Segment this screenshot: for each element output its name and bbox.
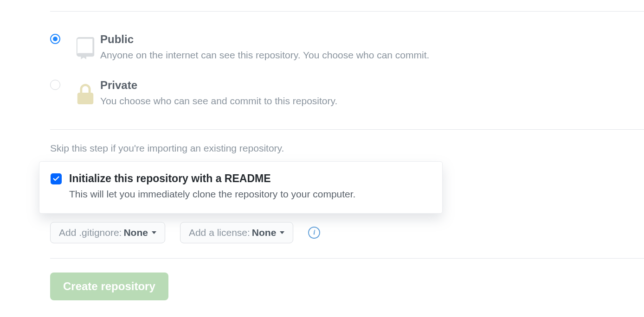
gitignore-label: Add .gitignore: bbox=[59, 227, 122, 238]
initialize-readme-checkbox[interactable] bbox=[51, 173, 62, 184]
initialize-readme-card: Initialize this repository with a README… bbox=[39, 161, 443, 214]
lock-icon bbox=[71, 78, 100, 107]
create-repository-button[interactable]: Create repository bbox=[50, 273, 168, 300]
public-radio[interactable] bbox=[50, 34, 60, 44]
check-icon bbox=[52, 175, 60, 183]
skip-text: Skip this step if you're importing an ex… bbox=[50, 130, 644, 158]
gitignore-value: None bbox=[123, 227, 148, 238]
visibility-option-private[interactable]: Private You choose who can see and commi… bbox=[50, 74, 644, 113]
divider-bottom bbox=[50, 258, 644, 259]
private-title: Private bbox=[100, 78, 644, 92]
private-radio[interactable] bbox=[50, 80, 60, 90]
dropdowns-row: Add .gitignore: None Add a license: None… bbox=[50, 214, 644, 243]
repo-icon bbox=[71, 32, 100, 61]
public-desc: Anyone on the internet can see this repo… bbox=[100, 47, 644, 63]
gitignore-dropdown[interactable]: Add .gitignore: None bbox=[50, 222, 165, 243]
caret-down-icon bbox=[152, 231, 156, 234]
license-dropdown[interactable]: Add a license: None bbox=[180, 222, 293, 243]
public-title: Public bbox=[100, 32, 644, 46]
readme-desc: This will let you immediately clone the … bbox=[69, 186, 355, 202]
license-value: None bbox=[252, 227, 277, 238]
readme-title: Initialize this repository with a README bbox=[69, 172, 355, 186]
visibility-section: Public Anyone on the internet can see th… bbox=[50, 12, 644, 129]
caret-down-icon bbox=[280, 231, 284, 234]
visibility-option-public[interactable]: Public Anyone on the internet can see th… bbox=[50, 28, 644, 74]
private-desc: You choose who can see and commit to thi… bbox=[100, 93, 644, 109]
info-icon[interactable]: i bbox=[308, 227, 320, 239]
license-label: Add a license: bbox=[189, 227, 250, 238]
